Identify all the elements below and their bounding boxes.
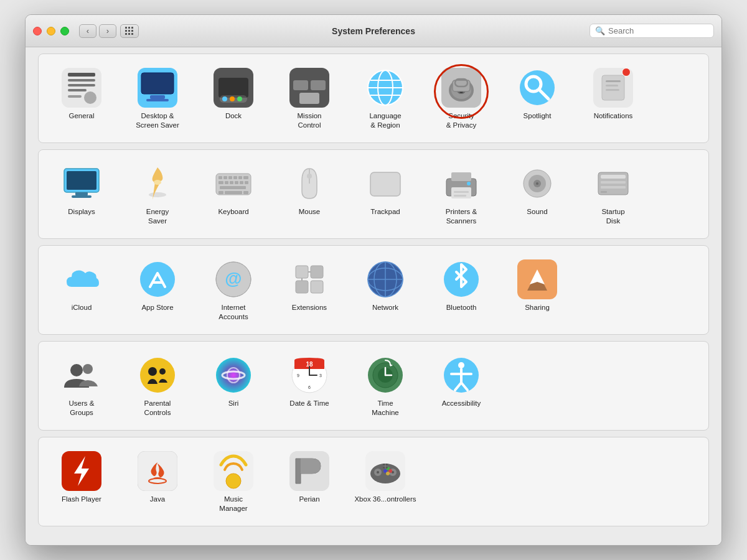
search-input[interactable] (608, 26, 708, 35)
pref-item-notifications[interactable]: Notifications (576, 63, 650, 134)
personal-grid: General Desktop &Screen Saver (45, 63, 702, 134)
svg-rect-90 (296, 266, 308, 278)
pref-item-trackpad[interactable]: Trackpad (349, 159, 422, 230)
maximize-button[interactable] (60, 27, 69, 35)
bluetooth-label: Bluetooth (446, 303, 477, 312)
svg-rect-52 (223, 176, 227, 179)
appstore-label: App Store (141, 303, 173, 312)
svg-point-49 (154, 180, 161, 185)
svg-rect-59 (230, 181, 233, 184)
icloud-icon (62, 259, 101, 299)
pref-item-startup[interactable]: StartupDisk (576, 159, 650, 230)
sharing-icon (517, 259, 557, 299)
pref-item-java[interactable]: Java (121, 446, 194, 517)
back-button[interactable]: ‹ (79, 24, 96, 38)
svg-text:@: @ (225, 269, 242, 288)
pref-item-general[interactable]: General (45, 63, 118, 134)
svg-point-126 (458, 362, 464, 368)
section-internet: iCloud App Store (38, 245, 709, 335)
pref-item-accessibility[interactable]: Accessibility (425, 350, 498, 421)
perian-icon (289, 451, 329, 491)
mouse-icon (289, 164, 329, 203)
security-icon (441, 68, 481, 108)
pref-item-keyboard[interactable]: Keyboard (197, 159, 270, 230)
pref-item-spotlight[interactable]: Spotlight (500, 63, 574, 134)
svg-point-5 (84, 91, 96, 104)
java-label: Java (150, 495, 165, 504)
svg-rect-20 (311, 80, 326, 90)
svg-rect-93 (311, 281, 323, 293)
section-system: Users &Groups ParentalControls (38, 341, 709, 431)
pref-item-icloud[interactable]: iCloud (45, 254, 118, 325)
pref-item-desktop[interactable]: Desktop &Screen Saver (121, 63, 194, 134)
pref-item-timemachine[interactable]: TimeMachine (349, 350, 422, 421)
svg-point-102 (70, 364, 83, 376)
dock-label: Dock (225, 111, 242, 121)
pref-item-flash[interactable]: Flash Player (45, 446, 118, 517)
pref-item-language[interactable]: Language& Region (349, 63, 422, 134)
pref-item-extensions[interactable]: Extensions (273, 254, 346, 325)
svg-rect-65 (225, 191, 242, 194)
forward-button[interactable]: › (99, 24, 116, 38)
sound-icon (517, 164, 557, 203)
pref-item-network[interactable]: Network (349, 254, 422, 325)
pref-item-energy[interactable]: EnergySaver (121, 159, 194, 230)
pref-item-sound[interactable]: Sound (500, 159, 574, 230)
svg-rect-43 (606, 89, 619, 91)
pref-item-users[interactable]: Users &Groups (45, 350, 118, 421)
trackpad-icon (365, 164, 405, 203)
pref-item-mouse[interactable]: Mouse (273, 159, 346, 230)
pref-item-bluetooth[interactable]: Bluetooth (425, 254, 498, 325)
svg-point-142 (377, 471, 379, 474)
window-title: System Preferences (332, 26, 415, 36)
pref-item-siri[interactable]: Siri (197, 350, 270, 421)
pref-item-xbox[interactable]: Xbox 36...ontrollers (349, 446, 422, 517)
pref-item-printers[interactable]: Printers &Scanners (425, 159, 498, 230)
other-grid: Flash Player Java (45, 446, 702, 517)
svg-rect-74 (454, 195, 466, 197)
svg-rect-64 (218, 191, 223, 194)
svg-rect-13 (218, 78, 248, 98)
trackpad-label: Trackpad (370, 207, 400, 217)
pref-item-mission[interactable]: MissionControl (273, 63, 346, 134)
pref-item-parental[interactable]: ParentalControls (121, 350, 194, 421)
svg-rect-92 (296, 281, 308, 293)
svg-rect-10 (150, 95, 165, 99)
svg-rect-69 (370, 172, 400, 196)
svg-rect-21 (299, 93, 319, 104)
system-preferences-window: ‹ › System Preferences 🔍 (25, 14, 722, 545)
parental-icon (138, 355, 177, 395)
pref-item-dock[interactable]: Dock (197, 63, 270, 134)
grid-view-button[interactable] (120, 24, 139, 38)
pref-item-sharing[interactable]: Sharing (500, 254, 574, 325)
pref-item-security[interactable]: Security& Privacy (425, 63, 498, 134)
pref-item-perian[interactable]: Perian (273, 446, 346, 517)
internet-grid: iCloud App Store (45, 254, 702, 325)
pref-item-internet-accounts[interactable]: @ InternetAccounts (197, 254, 270, 325)
system-grid: Users &Groups ParentalControls (45, 350, 702, 421)
icloud-label: iCloud (72, 303, 92, 312)
svg-point-17 (237, 96, 242, 101)
pref-item-appstore[interactable]: App Store (121, 254, 194, 325)
siri-icon (214, 355, 253, 395)
mouse-label: Mouse (299, 207, 321, 217)
pref-item-displays[interactable]: Displays (45, 159, 118, 230)
svg-point-15 (222, 96, 227, 101)
section-other: Flash Player Java (38, 437, 709, 526)
general-icon (62, 68, 101, 108)
dock-icon (214, 68, 253, 108)
pref-item-datetime[interactable]: 12 3 6 9 18 Date & Time (273, 350, 346, 421)
search-box[interactable]: 🔍 (590, 24, 714, 38)
energy-label: EnergySaver (146, 207, 169, 226)
svg-rect-63 (220, 186, 246, 189)
minimize-button[interactable] (47, 27, 55, 35)
svg-point-85 (140, 262, 175, 297)
titlebar: ‹ › System Preferences 🔍 (26, 15, 721, 47)
close-button[interactable] (33, 27, 42, 35)
svg-rect-83 (601, 186, 626, 189)
nav-buttons: ‹ › (79, 24, 116, 38)
network-icon (365, 259, 405, 299)
svg-rect-4 (68, 89, 87, 91)
language-icon (365, 68, 405, 108)
pref-item-music[interactable]: MusicManager (197, 446, 270, 517)
